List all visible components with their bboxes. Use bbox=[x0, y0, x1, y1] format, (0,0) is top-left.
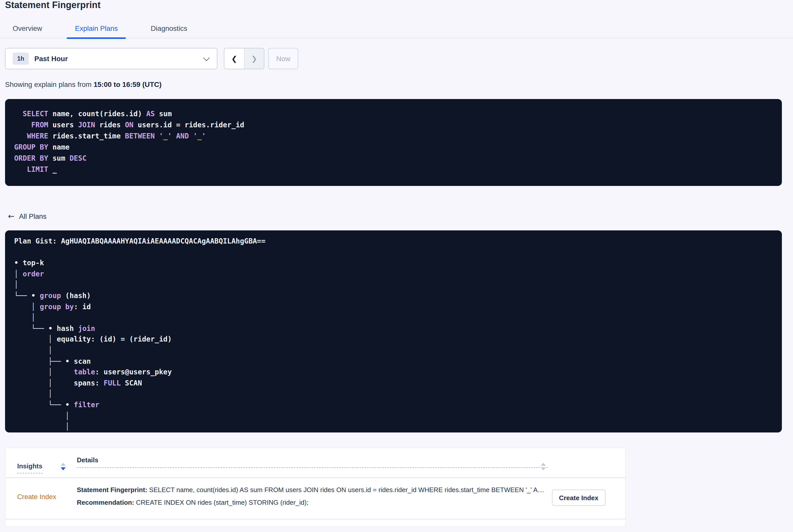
time-controls: 1h Past Hour ❮ ❯ Now bbox=[5, 48, 298, 69]
statement-fingerprint-value: SELECT name, count(rides.id) AS sum FROM… bbox=[149, 486, 548, 494]
column-header-insights[interactable]: Insights bbox=[17, 462, 42, 473]
statement-fingerprint-line: Statement Fingerprint: SELECT name, coun… bbox=[77, 486, 548, 494]
recommendation-line: Recommendation: CREATE INDEX ON rides (s… bbox=[77, 498, 548, 507]
status-prefix: Showing explain plans from bbox=[5, 80, 94, 89]
insight-row: Create Index Statement Fingerprint: SELE… bbox=[5, 478, 625, 519]
tab-explain-plans[interactable]: Explain Plans bbox=[67, 21, 126, 38]
column-header-details[interactable]: Details bbox=[77, 456, 548, 468]
prev-interval-button[interactable]: ❮ bbox=[224, 49, 244, 69]
status-text: Showing explain plans from 15:00 to 16:5… bbox=[5, 80, 162, 89]
insights-card: Insights Details Create Index Statement … bbox=[5, 448, 626, 527]
tab-bar: Overview Explain Plans Diagnostics bbox=[0, 21, 793, 38]
sort-desc-icon bbox=[61, 467, 66, 470]
back-arrow-icon: ← bbox=[8, 213, 14, 220]
sort-desc-icon bbox=[541, 467, 546, 470]
sql-statement-block: SELECT name, count(rides.id) AS sum FROM… bbox=[5, 99, 782, 186]
statement-fingerprint-page: Statement Fingerprint Overview Explain P… bbox=[0, 0, 793, 532]
sort-arrows-details[interactable] bbox=[541, 463, 546, 470]
statement-fingerprint-label: Statement Fingerprint: bbox=[77, 486, 147, 494]
table-row-divider bbox=[5, 519, 625, 519]
create-index-button[interactable]: Create Index bbox=[552, 490, 605, 506]
status-range: 15:00 to 16:59 (UTC) bbox=[94, 80, 162, 89]
time-range-label: Past Hour bbox=[34, 55, 68, 63]
chevron-down-icon bbox=[203, 54, 209, 61]
recommendation-label: Recommendation: bbox=[77, 499, 134, 506]
time-range-badge: 1h bbox=[13, 53, 29, 65]
time-pager: ❮ ❯ bbox=[224, 48, 264, 69]
insight-type-link[interactable]: Create Index bbox=[17, 493, 56, 501]
time-range-dropdown[interactable]: 1h Past Hour bbox=[5, 48, 217, 69]
now-button[interactable]: Now bbox=[268, 48, 298, 69]
tab-overview[interactable]: Overview bbox=[4, 21, 50, 38]
insight-details: Statement Fingerprint: SELECT name, coun… bbox=[77, 486, 548, 507]
all-plans-link[interactable]: ← All Plans bbox=[8, 212, 46, 220]
tab-diagnostics[interactable]: Diagnostics bbox=[143, 21, 195, 38]
recommendation-value: CREATE INDEX ON rides (start_time) STORI… bbox=[136, 499, 308, 506]
sort-asc-icon bbox=[541, 463, 546, 466]
sort-asc-icon bbox=[61, 463, 66, 466]
sort-arrows-insights[interactable] bbox=[61, 463, 66, 470]
next-interval-button[interactable]: ❯ bbox=[244, 49, 264, 69]
page-title: Statement Fingerprint bbox=[5, 0, 100, 11]
plan-gist-block: Plan Gist: AgHUAQIABQAAAAHYAQIAiAEAAAADC… bbox=[5, 230, 782, 433]
all-plans-label: All Plans bbox=[19, 212, 46, 220]
